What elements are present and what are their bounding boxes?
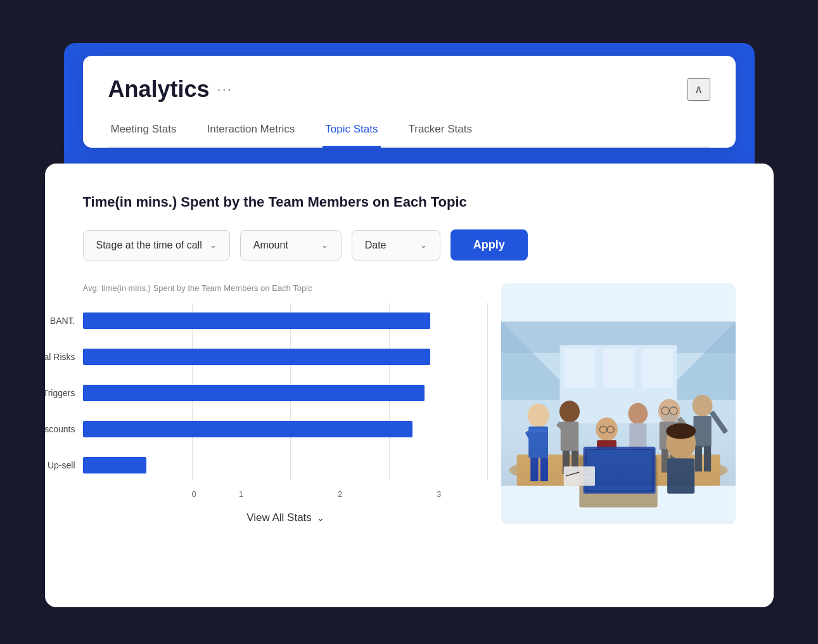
bar-label-deal-risks: Deal Risks: [45, 352, 75, 362]
tab-meeting-stats[interactable]: Meeting Stats: [108, 118, 179, 148]
bar-fill-bant: [83, 312, 430, 329]
x-tick-3: 3: [390, 489, 489, 499]
svg-rect-7: [642, 349, 673, 389]
bar-row-pricing: Pricing & Discounts: [83, 420, 489, 439]
tab-tracker-stats[interactable]: Tracker Stats: [406, 118, 475, 148]
bar-row-deal-risks: Deal Risks: [83, 347, 489, 366]
tab-topic-stats[interactable]: Topic Stats: [323, 118, 380, 148]
date-filter-label: Date: [365, 240, 387, 251]
tabs-row: Meeting Stats Interaction Metrics Topic …: [108, 118, 710, 148]
view-all-chevron-icon: ⌄: [317, 513, 324, 523]
x-tick-2: 2: [291, 489, 390, 499]
bar-track-inner: [83, 349, 489, 365]
bar-fill-renewal: [83, 457, 146, 473]
team-photo-svg: [501, 283, 736, 524]
bar-label-pricing: Pricing & Discounts: [45, 424, 75, 434]
stage-filter-dropdown[interactable]: Stage at the time of call ⌄: [83, 230, 230, 261]
bars-container: BANT. Deal Risks Late St: [83, 303, 489, 483]
card-header: Analytics ··· ∧: [108, 76, 710, 103]
svg-rect-57: [501, 400, 736, 486]
amount-chevron-icon: ⌄: [321, 240, 328, 250]
chart-area: Avg. time(in mins.) Spent by the Team Me…: [83, 283, 736, 524]
bar-row-bant: BANT.: [83, 311, 489, 330]
bar-chart-section: Avg. time(in mins.) Spent by the Team Me…: [83, 283, 489, 524]
svg-rect-6: [603, 349, 634, 389]
collapse-button[interactable]: ∧: [687, 78, 710, 101]
view-all-text: View All Stats: [246, 512, 312, 524]
apply-button[interactable]: Apply: [451, 229, 528, 261]
bar-track-inner: [83, 457, 489, 473]
title-row: Analytics ···: [108, 76, 233, 103]
tab-interaction-metrics[interactable]: Interaction Metrics: [204, 118, 297, 148]
bar-track-inner: [83, 385, 489, 401]
stage-filter-label: Stage at the time of call: [96, 240, 202, 251]
chart-title: Time(in mins.) Spent by the Team Members…: [83, 194, 736, 210]
date-chevron-icon: ⌄: [420, 240, 427, 250]
bar-row-renewal: Renewal & Up-sell: [83, 456, 489, 475]
date-filter-dropdown[interactable]: Date ⌄: [352, 230, 440, 261]
main-content-card: Time(in mins.) Spent by the Team Members…: [45, 164, 774, 607]
analytics-card: Analytics ··· ∧ Meeting Stats Interactio…: [83, 56, 736, 148]
bar-label-late-stage: Late Stage Triggers: [45, 388, 75, 398]
bar-track-inner: [83, 312, 489, 329]
svg-rect-5: [563, 349, 594, 389]
analytics-title: Analytics: [108, 76, 210, 103]
bar-track-inner: [83, 421, 489, 437]
filters-row: Stage at the time of call ⌄ Amount ⌄ Dat…: [83, 229, 736, 261]
bar-fill-late-stage: [83, 385, 425, 401]
view-all-stats-button[interactable]: View All Stats ⌄: [83, 512, 489, 524]
bar-label-bant: BANT.: [45, 316, 75, 326]
x-axis: 0 1 2 3: [83, 489, 489, 499]
x-tick-1: 1: [192, 489, 291, 499]
bar-fill-pricing: [83, 421, 413, 437]
chart-subtitle: Avg. time(in mins.) Spent by the Team Me…: [83, 283, 489, 293]
bar-fill-deal-risks: [83, 349, 430, 365]
bar-row-late-stage: Late Stage Triggers: [83, 383, 489, 402]
amount-filter-dropdown[interactable]: Amount ⌄: [240, 230, 342, 261]
bar-label-renewal: Renewal & Up-sell: [45, 460, 75, 470]
amount-filter-label: Amount: [253, 240, 288, 251]
team-photo-panel: [501, 283, 736, 524]
stage-chevron-icon: ⌄: [210, 240, 217, 250]
more-options-button[interactable]: ···: [217, 81, 233, 98]
